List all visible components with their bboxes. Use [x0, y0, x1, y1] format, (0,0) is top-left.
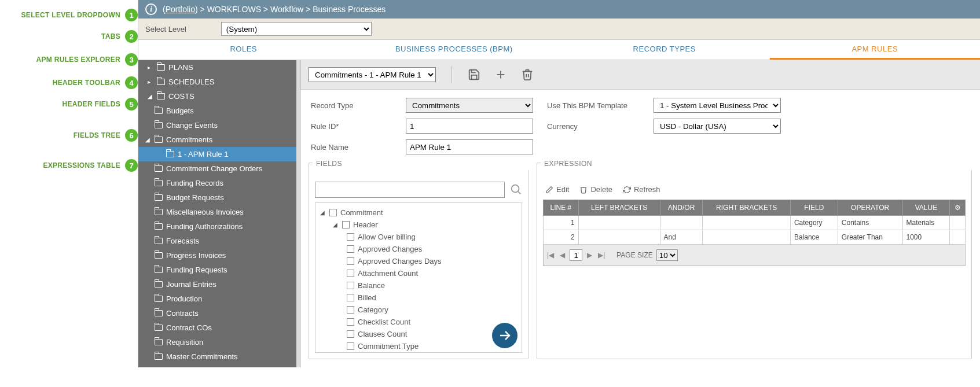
folder-icon [155, 122, 163, 128]
checkbox-icon[interactable] [347, 282, 354, 289]
currency-select[interactable]: USD - Dollar (USA) [654, 119, 781, 134]
folder-icon [166, 151, 174, 157]
breadcrumb-root-link[interactable]: (Portfolio) [163, 5, 198, 14]
tree-contract-cos[interactable]: Contract COs [138, 320, 300, 335]
splitter-handle[interactable] [296, 60, 300, 367]
tab-record-types[interactable]: RECORD TYPES [559, 40, 770, 60]
tab-bpm[interactable]: BUSINESS PROCESSES (BPM) [349, 40, 560, 60]
folder-icon [155, 165, 163, 172]
select-level-dropdown[interactable]: (System) [221, 22, 372, 36]
tree-funding-auth[interactable]: Funding Authorizations [138, 219, 300, 234]
checkbox-icon[interactable] [347, 270, 354, 277]
tree-costs[interactable]: ◢COSTS [138, 89, 300, 104]
pager-last-icon[interactable]: ▶| [597, 251, 606, 259]
tree-funding-records[interactable]: Funding Records [138, 176, 300, 190]
tree-contracts[interactable]: Contracts [138, 306, 300, 320]
checkbox-icon[interactable] [347, 318, 354, 326]
search-icon[interactable] [509, 183, 522, 197]
folder-icon [155, 339, 163, 345]
tree-commitments[interactable]: ◢Commitments [138, 132, 300, 147]
fields-panel-title: FIELDS [313, 157, 531, 170]
folder-icon [155, 238, 163, 244]
tab-apm-rules[interactable]: APM RULES [770, 40, 981, 60]
folder-icon [155, 267, 163, 273]
rule-name-input[interactable] [406, 139, 533, 154]
tree-apm-rule-1[interactable]: 1 - APM Rule 1 [138, 147, 300, 161]
expr-delete-button[interactable]: Delete [579, 185, 612, 194]
rule-id-label: Rule ID* [311, 122, 392, 131]
col-right-brackets[interactable]: RIGHT BRACKETS [703, 200, 791, 216]
page-size-label: PAGE SIZE [616, 251, 652, 259]
pager-page-input[interactable] [570, 249, 582, 261]
col-operator[interactable]: OPERATOR [838, 200, 902, 216]
checkbox-icon[interactable] [342, 221, 350, 228]
table-row[interactable]: 2 And Balance Greater Than 1000 [544, 230, 966, 245]
tree-budget-requests[interactable]: Budget Requests [138, 190, 300, 205]
col-line[interactable]: LINE # [544, 200, 579, 216]
bpm-template-select[interactable]: 1 - System Level Business Process [654, 98, 781, 113]
tree-journal-entries[interactable]: Journal Entries [138, 277, 300, 292]
expr-refresh-button[interactable]: Refresh [623, 185, 660, 194]
tree-change-events[interactable]: Change Events [138, 118, 300, 132]
col-field[interactable]: FIELD [790, 200, 838, 216]
delete-icon[interactable] [520, 67, 535, 82]
tree-master-commitments[interactable]: Master Commitments [138, 349, 300, 364]
col-andor[interactable]: AND/OR [660, 200, 703, 216]
expr-edit-button[interactable]: Edit [545, 185, 569, 194]
checkbox-icon[interactable] [347, 245, 354, 253]
checkbox-icon[interactable] [347, 233, 354, 241]
pager-first-icon[interactable]: |◀ [546, 251, 555, 259]
add-to-expression-button[interactable] [492, 323, 517, 348]
fields-tree[interactable]: ◢Commitment ◢Header Allow Over billing A… [315, 202, 522, 353]
record-type-label: Record Type [311, 101, 392, 110]
folder-icon [157, 64, 165, 71]
tree-budgets[interactable]: Budgets [138, 104, 300, 118]
pager-prev-icon[interactable]: ◀ [559, 251, 566, 259]
tree-schedules[interactable]: ▸SCHEDULES [138, 75, 300, 89]
tab-roles[interactable]: ROLES [138, 40, 349, 60]
bpm-template-label: Use This BPM Template [547, 101, 640, 110]
tree-funding-requests[interactable]: Funding Requests [138, 263, 300, 277]
rule-picker-dropdown[interactable]: Commitments - 1 - APM Rule 1 [309, 67, 436, 82]
pager-next-icon[interactable]: ▶ [586, 251, 593, 259]
tabs: ROLES BUSINESS PROCESSES (BPM) RECORD TY… [138, 40, 980, 60]
folder-icon [155, 296, 163, 302]
col-value[interactable]: VALUE [902, 200, 950, 216]
folder-icon [157, 79, 165, 85]
checkbox-icon[interactable] [329, 209, 337, 216]
breadcrumb: (Portfolio) > WORKFLOWS > Workflow > Bus… [163, 5, 386, 14]
col-left-brackets[interactable]: LEFT BRACKETS [578, 200, 660, 216]
folder-icon [155, 180, 163, 186]
tree-misc-invoices[interactable]: Miscellaneous Invoices [138, 205, 300, 219]
record-type-select[interactable]: Commitments [406, 98, 533, 113]
expression-table: LINE # LEFT BRACKETS AND/OR RIGHT BRACKE… [543, 200, 966, 245]
tree-progress-invoices[interactable]: Progress Invoices [138, 248, 300, 263]
tree-cco[interactable]: Commitment Change Orders [138, 161, 300, 176]
rule-id-input[interactable] [406, 119, 533, 134]
svg-line-3 [518, 191, 520, 194]
folder-icon [155, 194, 163, 201]
tree-requisition[interactable]: Requisition [138, 335, 300, 349]
callouts-legend: SELECT LEVEL DROPDOWN1 TABS2 APM RULES E… [0, 0, 138, 367]
info-icon[interactable]: i [145, 3, 157, 15]
tree-production[interactable]: Production [138, 292, 300, 306]
svg-point-2 [512, 185, 519, 192]
checkbox-icon[interactable] [347, 342, 354, 350]
checkbox-icon[interactable] [347, 294, 354, 301]
folder-icon [155, 353, 163, 360]
table-row[interactable]: 1 Category Contains Materials [544, 216, 966, 230]
page-size-select[interactable]: 10 [656, 249, 678, 261]
add-icon[interactable] [493, 67, 508, 82]
checkbox-icon[interactable] [347, 330, 354, 338]
tree-plans[interactable]: ▸PLANS [138, 60, 300, 75]
checkbox-icon[interactable] [347, 257, 354, 265]
header-fields: Record Type Commitments Use This BPM Tem… [300, 90, 980, 163]
save-icon[interactable] [467, 67, 482, 82]
apm-rules-explorer[interactable]: ▸PLANS ▸SCHEDULES ◢COSTS Budgets Change … [138, 60, 300, 367]
folder-icon [157, 93, 165, 99]
expression-panel-title: EXPRESSION [541, 157, 975, 170]
col-gear[interactable]: ⚙ [950, 200, 966, 216]
tree-forecasts[interactable]: Forecasts [138, 234, 300, 248]
checkbox-icon[interactable] [347, 306, 354, 314]
fields-search-input[interactable] [315, 182, 505, 198]
